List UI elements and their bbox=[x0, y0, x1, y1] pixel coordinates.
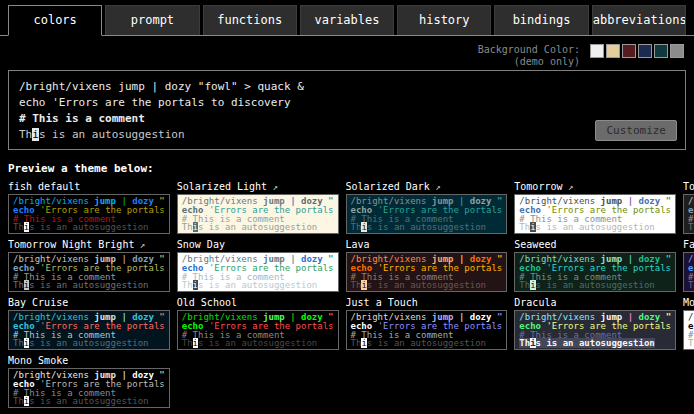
theme-preview-fairground[interactable]: /bright/vixens jump | dozy "echo 'Errors… bbox=[683, 252, 694, 292]
token-command-path: /bright/vixens bbox=[19, 80, 112, 93]
external-link-icon[interactable]: ↗ bbox=[430, 182, 441, 192]
sample-autosuggestion-line: This is an autosuggestion bbox=[688, 281, 694, 290]
theme-title: Just a Touch bbox=[346, 297, 508, 309]
cursor-block: i bbox=[32, 128, 39, 141]
theme-card: Solarized Light ↗/bright/vixens jump | d… bbox=[177, 181, 339, 234]
tab-abbreviations[interactable]: abbreviations bbox=[592, 5, 686, 35]
tab-variables[interactable]: variables bbox=[300, 5, 394, 35]
tab-functions[interactable]: functions bbox=[203, 5, 297, 35]
theme-card: Mono Lace/bright/vixens jump | dozy "ech… bbox=[683, 297, 694, 350]
theme-card: Tomorrow ↗/bright/vixens jump | dozy "ec… bbox=[514, 181, 676, 234]
sample-autosuggestion-line: This is an autosuggestion bbox=[13, 397, 165, 406]
tab-prompt[interactable]: prompt bbox=[105, 5, 199, 35]
theme-title: Tomorrow ↗ bbox=[514, 181, 676, 193]
theme-preview-mono-lace[interactable]: /bright/vixens jump | dozy "echo 'Errors… bbox=[683, 310, 694, 350]
sample-autosuggestion-line: This is an autosuggestion bbox=[13, 223, 165, 232]
external-link-icon[interactable]: ↗ bbox=[267, 182, 278, 192]
theme-card: Bay Cruise/bright/vixens jump | dozy "ec… bbox=[8, 297, 170, 350]
theme-card: Old School/bright/vixens jump | dozy "ec… bbox=[177, 297, 339, 350]
theme-preview-mono-smoke[interactable]: /bright/vixens jump | dozy "echo 'Errors… bbox=[8, 368, 170, 408]
background-swatch-0[interactable] bbox=[590, 44, 604, 58]
preview-echo-line: echo 'Errors are the portals to discover… bbox=[19, 95, 675, 111]
theme-card: Seaweed/bright/vixens jump | dozy "echo … bbox=[514, 239, 676, 292]
theme-card: Lava/bright/vixens jump | dozy "echo 'Er… bbox=[346, 239, 508, 292]
tab-bindings[interactable]: bindings bbox=[494, 5, 588, 35]
theme-preview-old-school[interactable]: /bright/vixens jump | dozy "echo 'Errors… bbox=[177, 310, 339, 350]
background-swatch-1[interactable] bbox=[606, 44, 620, 58]
theme-title: Dracula bbox=[514, 297, 676, 309]
sample-autosuggestion-line: This is an autosuggestion bbox=[688, 339, 694, 348]
background-swatch-5[interactable] bbox=[670, 44, 684, 58]
sample-autosuggestion-line: This is an autosuggestion bbox=[351, 281, 503, 290]
sample-autosuggestion-line: This is an autosuggestion bbox=[688, 223, 694, 232]
theme-preview-tomorrow-night-bright[interactable]: /bright/vixens jump | dozy "echo 'Errors… bbox=[8, 252, 170, 292]
theme-card: Mono Smoke/bright/vixens jump | dozy "ec… bbox=[8, 355, 170, 408]
token-pipe: | bbox=[151, 80, 158, 93]
sample-autosuggestion-line: This is an autosuggestion bbox=[182, 281, 334, 290]
sample-autosuggestion-line: This is an autosuggestion bbox=[13, 339, 165, 348]
external-link-icon[interactable]: ↗ bbox=[134, 240, 145, 250]
sample-autosuggestion-line: This is an autosuggestion bbox=[519, 339, 671, 348]
preview-autosuggestion-line: This is an autosuggestion bbox=[19, 127, 675, 143]
theme-title: fish default bbox=[8, 181, 170, 193]
demo-only-label: (demo only) bbox=[478, 56, 580, 68]
theme-title: Solarized Dark ↗ bbox=[346, 181, 508, 193]
customize-button[interactable]: Customize bbox=[595, 120, 677, 141]
tab-bar: colorspromptfunctionsvariableshistorybin… bbox=[0, 0, 694, 36]
theme-card: Solarized Dark ↗/bright/vixens jump | do… bbox=[346, 181, 508, 234]
background-color-labels: Background Color: (demo only) bbox=[478, 44, 580, 68]
token-quoted-tail: "fowl" > quack & bbox=[198, 80, 304, 93]
theme-preview-snow-day[interactable]: /bright/vixens jump | dozy "echo 'Errors… bbox=[177, 252, 339, 292]
sample-autosuggestion-line: This is an autosuggestion bbox=[351, 223, 503, 232]
theme-card: Dracula/bright/vixens jump | dozy "echo … bbox=[514, 297, 676, 350]
themes-heading: Preview a theme below: bbox=[8, 162, 686, 175]
theme-title: Tomorrow Night ↗ bbox=[683, 181, 694, 193]
tab-colors[interactable]: colors bbox=[8, 5, 102, 36]
theme-title: Bay Cruise bbox=[8, 297, 170, 309]
theme-preview-tomorrow-night[interactable]: /bright/vixens jump | dozy "echo 'Errors… bbox=[683, 194, 694, 234]
sample-autosuggestion-line: This is an autosuggestion bbox=[351, 339, 503, 348]
background-color-picker: Background Color: (demo only) bbox=[10, 44, 684, 68]
preview-comment-line: # This is a comment bbox=[19, 111, 675, 127]
theme-title: Tomorrow Night Bright ↗ bbox=[8, 239, 170, 251]
sample-autosuggestion-line: This is an autosuggestion bbox=[13, 281, 165, 290]
autosuggestion-suffix: s is an autosuggestion bbox=[39, 128, 185, 141]
token-echo: echo bbox=[19, 96, 46, 109]
theme-card: Just a Touch/bright/vixens jump | dozy "… bbox=[346, 297, 508, 350]
theme-title: Fairground bbox=[683, 239, 694, 251]
background-swatch-4[interactable] bbox=[654, 44, 668, 58]
theme-title: Seaweed bbox=[514, 239, 676, 251]
theme-title: Mono Lace bbox=[683, 297, 694, 309]
theme-title: Snow Day bbox=[177, 239, 339, 251]
theme-title: Solarized Light ↗ bbox=[177, 181, 339, 193]
background-swatch-2[interactable] bbox=[622, 44, 636, 58]
background-swatch-3[interactable] bbox=[638, 44, 652, 58]
theme-title: Old School bbox=[177, 297, 339, 309]
token-string: 'Errors are the portals to discovery bbox=[52, 96, 290, 109]
theme-card: fish default/bright/vixens jump | dozy "… bbox=[8, 181, 170, 234]
theme-preview-bay-cruise[interactable]: /bright/vixens jump | dozy "echo 'Errors… bbox=[8, 310, 170, 350]
sample-autosuggestion-line: This is an autosuggestion bbox=[519, 281, 671, 290]
theme-preview-dracula[interactable]: /bright/vixens jump | dozy "echo 'Errors… bbox=[514, 310, 676, 350]
external-link-icon[interactable]: ↗ bbox=[562, 182, 573, 192]
tab-history[interactable]: history bbox=[397, 5, 491, 35]
theme-card: Tomorrow Night Bright ↗/bright/vixens ju… bbox=[8, 239, 170, 292]
theme-preview-just-a-touch[interactable]: /bright/vixens jump | dozy "echo 'Errors… bbox=[346, 310, 508, 350]
sample-autosuggestion-line: This is an autosuggestion bbox=[519, 223, 671, 232]
preview-command-line: /bright/vixens jump | dozy "fowl" > quac… bbox=[19, 79, 675, 95]
background-color-label: Background Color: bbox=[478, 44, 580, 56]
theme-title: Lava bbox=[346, 239, 508, 251]
sample-autosuggestion-line: This is an autosuggestion bbox=[182, 223, 334, 232]
theme-title: Mono Smoke bbox=[8, 355, 170, 367]
theme-preview-seaweed[interactable]: /bright/vixens jump | dozy "echo 'Errors… bbox=[514, 252, 676, 292]
theme-preview-tomorrow[interactable]: /bright/vixens jump | dozy "echo 'Errors… bbox=[514, 194, 676, 234]
theme-card: Snow Day/bright/vixens jump | dozy "echo… bbox=[177, 239, 339, 292]
terminal-preview: /bright/vixens jump | dozy "fowl" > quac… bbox=[8, 70, 686, 150]
sample-autosuggestion-line: This is an autosuggestion bbox=[182, 339, 334, 348]
theme-preview-lava[interactable]: /bright/vixens jump | dozy "echo 'Errors… bbox=[346, 252, 508, 292]
theme-preview-fish-default[interactable]: /bright/vixens jump | dozy "echo 'Errors… bbox=[8, 194, 170, 234]
theme-preview-solarized-light[interactable]: /bright/vixens jump | dozy "echo 'Errors… bbox=[177, 194, 339, 234]
theme-preview-solarized-dark[interactable]: /bright/vixens jump | dozy "echo 'Errors… bbox=[346, 194, 508, 234]
token-command: dozy bbox=[165, 80, 192, 93]
token-argument: jump bbox=[118, 80, 145, 93]
